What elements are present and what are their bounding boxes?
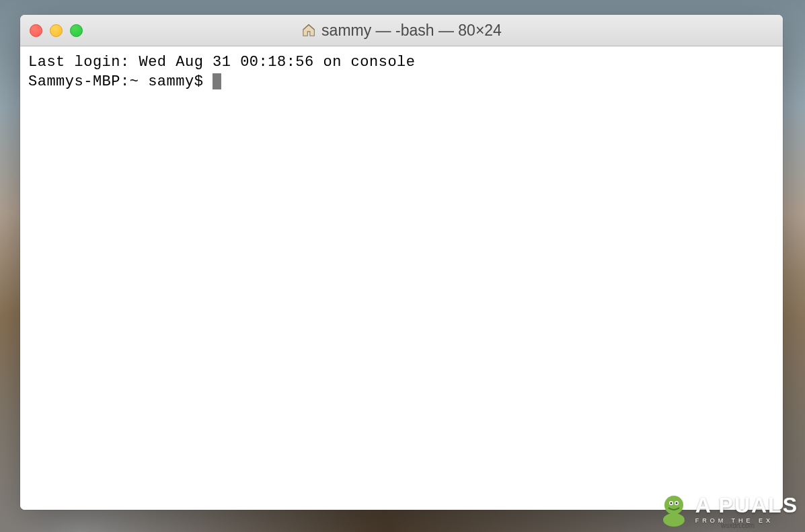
watermark-text-group: A PUALS FROM THE EX xyxy=(695,494,798,524)
terminal-prompt: Sammys-MBP:~ sammy$ xyxy=(28,73,213,90)
terminal-window: sammy — -bash — 80×24 Last login: Wed Au… xyxy=(20,15,783,510)
traffic-lights-group xyxy=(30,24,83,37)
home-icon xyxy=(301,23,316,38)
close-button[interactable] xyxy=(30,24,42,37)
watermark-url: wsxdn.com xyxy=(721,522,755,529)
svg-point-0 xyxy=(664,496,683,515)
terminal-line-login: Last login: Wed Aug 31 00:18:56 on conso… xyxy=(28,53,775,73)
svg-point-3 xyxy=(670,502,672,504)
window-title-content: sammy — -bash — 80×24 xyxy=(301,22,502,40)
svg-point-5 xyxy=(663,513,685,527)
terminal-prompt-line: Sammys-MBP:~ sammy$ xyxy=(28,73,775,92)
window-titlebar[interactable]: sammy — -bash — 80×24 xyxy=(20,15,783,46)
maximize-button[interactable] xyxy=(70,24,83,37)
terminal-cursor xyxy=(213,73,221,89)
svg-point-4 xyxy=(675,502,677,504)
watermark-logo-icon xyxy=(656,492,691,527)
window-title: sammy — -bash — 80×24 xyxy=(321,22,502,40)
watermark-brand: A PUALS xyxy=(695,494,798,516)
terminal-content[interactable]: Last login: Wed Aug 31 00:18:56 on conso… xyxy=(20,46,783,510)
minimize-button[interactable] xyxy=(50,24,63,37)
